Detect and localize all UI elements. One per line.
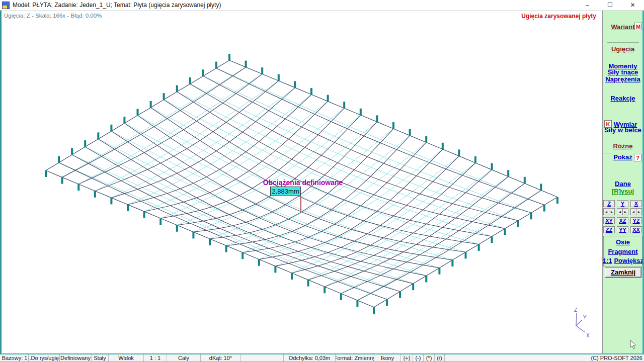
view-xx-button[interactable]: XX bbox=[630, 226, 642, 233]
rotate-z-spinner[interactable]: ◄► bbox=[603, 208, 615, 215]
rotate-y-spinner[interactable]: ◄► bbox=[617, 208, 628, 215]
status-segment[interactable]: Definiowany bbox=[60, 354, 92, 361]
application-window: Model: PŁYTA; Zadanie: Jeden_1_U; Temat:… bbox=[0, 0, 644, 362]
sidebar-item-rozne[interactable]: Różne bbox=[603, 142, 643, 150]
sidebar-item-reakcje[interactable]: Reakcje bbox=[603, 95, 643, 102]
support-bar bbox=[61, 177, 63, 184]
status-segment[interactable]: Format: Zmienny bbox=[336, 354, 374, 361]
support-bar bbox=[530, 213, 532, 219]
view-xz-button[interactable]: XZ bbox=[617, 217, 628, 224]
minimize-button[interactable]: – bbox=[576, 0, 599, 11]
sidebar-item-rysuj[interactable]: [R]ysuj bbox=[603, 188, 643, 195]
help-button[interactable]: ? bbox=[634, 154, 641, 161]
support-bar bbox=[399, 292, 401, 298]
support-bar bbox=[543, 205, 545, 212]
support-bar bbox=[45, 170, 47, 177]
close-button[interactable]: ✕ bbox=[621, 0, 644, 11]
sidebar-item-naprezenia[interactable]: Naprężenia bbox=[603, 75, 643, 83]
support-bar bbox=[159, 218, 162, 225]
status-segment[interactable]: 1 : 1 bbox=[144, 354, 167, 361]
support-bar bbox=[451, 260, 453, 266]
app-icon bbox=[2, 2, 10, 9]
sidebar-item-zoom-row: 1:1 Powiększ bbox=[603, 257, 643, 264]
support-bar bbox=[504, 229, 506, 235]
support-bar bbox=[291, 273, 293, 280]
drawing-canvas[interactable]: Z Y X Ugięcia: Z - Skala: 166x - Błąd: 0… bbox=[0, 11, 602, 353]
support-bar bbox=[77, 184, 79, 191]
support-bar bbox=[261, 67, 263, 74]
status-segment[interactable]: Odchyłka: 0,03m bbox=[284, 354, 336, 361]
status-segment[interactable]: (+) bbox=[401, 354, 413, 361]
sidebar-item-sily-tnace[interactable]: Siły tnące bbox=[603, 68, 643, 76]
rotate-x-spinner[interactable]: ◄► bbox=[630, 208, 642, 215]
mesh-line bbox=[177, 92, 505, 229]
support-bar bbox=[127, 205, 129, 211]
support-bar bbox=[386, 299, 388, 306]
support-bar bbox=[360, 109, 362, 115]
view-x-button[interactable]: X bbox=[630, 200, 642, 207]
support-bar bbox=[307, 280, 309, 287]
status-segment[interactable]: Cały bbox=[167, 354, 201, 361]
arrow-right-icon: ► bbox=[609, 210, 614, 214]
axis-z-label: Z bbox=[574, 307, 577, 313]
status-segment[interactable]: Stały bbox=[92, 354, 109, 361]
sidebar-item-dane[interactable]: Dane bbox=[603, 180, 643, 188]
support-bar bbox=[507, 170, 509, 176]
status-segment[interactable]: Widok bbox=[109, 354, 144, 361]
status-segment[interactable]: dKąt: 10° bbox=[201, 354, 241, 361]
support-bar bbox=[242, 252, 244, 259]
status-segment[interactable]: 3.Do rys/ugięć bbox=[29, 354, 60, 361]
status-segment[interactable]: (-) bbox=[413, 354, 424, 361]
axes-indicator: Z Y X bbox=[574, 307, 590, 338]
sidebar-item-osie[interactable]: Osie bbox=[603, 238, 643, 246]
view-zz-button[interactable]: ZZ bbox=[603, 226, 615, 233]
support-bar bbox=[84, 140, 86, 147]
sidebar-item-sily-w-belce[interactable]: Siły w belce bbox=[603, 126, 643, 134]
view-y-button[interactable]: Y bbox=[617, 200, 628, 207]
mesh-line bbox=[72, 155, 400, 292]
status-segment[interactable]: (*) bbox=[424, 354, 435, 361]
sidebar-item-fragment[interactable]: Fragment bbox=[603, 248, 643, 255]
zamknij-button[interactable]: Zamknij bbox=[605, 267, 641, 278]
support-bar bbox=[209, 239, 211, 245]
axis-x-label: X bbox=[586, 333, 590, 338]
sidebar-item-ugiecia[interactable]: Ugięcia bbox=[603, 45, 643, 53]
mesh-line bbox=[226, 136, 410, 246]
support-bar bbox=[373, 307, 375, 314]
arrow-left-icon: ◄ bbox=[604, 210, 609, 214]
m-button[interactable]: M bbox=[634, 23, 642, 30]
copyright-label: (C) PRO-SOFT 2026 bbox=[445, 354, 644, 361]
status-segment[interactable]: Ikony bbox=[374, 354, 401, 361]
view-z-button[interactable]: Z bbox=[603, 200, 615, 207]
support-bar bbox=[143, 212, 145, 218]
support-bar bbox=[491, 163, 493, 170]
powieksz-link[interactable]: Powiększ bbox=[614, 257, 643, 264]
mesh-line bbox=[177, 92, 505, 229]
support-bar bbox=[310, 88, 312, 95]
view-yz-button[interactable]: YZ bbox=[630, 217, 642, 224]
mesh-line bbox=[341, 184, 525, 294]
support-bar bbox=[225, 246, 227, 252]
arrow-left-icon: ◄ bbox=[631, 210, 636, 214]
one-to-one-link[interactable]: 1:1 bbox=[603, 257, 612, 264]
support-bar bbox=[540, 184, 542, 190]
mesh-line bbox=[190, 84, 518, 221]
support-bar bbox=[258, 259, 260, 266]
status-segment[interactable]: Bazowy: 1 bbox=[1, 354, 29, 361]
status-segment[interactable] bbox=[241, 354, 284, 361]
axis-y-label: Y bbox=[583, 315, 587, 320]
support-bar bbox=[465, 252, 467, 259]
maximize-button[interactable]: ☐ bbox=[599, 0, 621, 11]
mesh-line bbox=[341, 184, 525, 294]
arrow-left-icon: ◄ bbox=[617, 210, 622, 214]
sidebar: Wariant M Ugięcia Momenty Siły tnące Nap… bbox=[602, 11, 644, 353]
divider bbox=[607, 42, 639, 43]
view-xy-button[interactable]: XY bbox=[603, 217, 615, 224]
support-bar bbox=[438, 268, 440, 275]
support-bar bbox=[356, 300, 358, 307]
view-info-text: Ugięcia: Z - Skala: 166x - Błąd: 0.00% bbox=[4, 13, 102, 19]
status-segment[interactable]: (/) bbox=[435, 354, 445, 361]
mesh-line bbox=[357, 190, 541, 300]
view-yy-button[interactable]: YY bbox=[617, 226, 628, 233]
support-bar bbox=[524, 177, 526, 184]
